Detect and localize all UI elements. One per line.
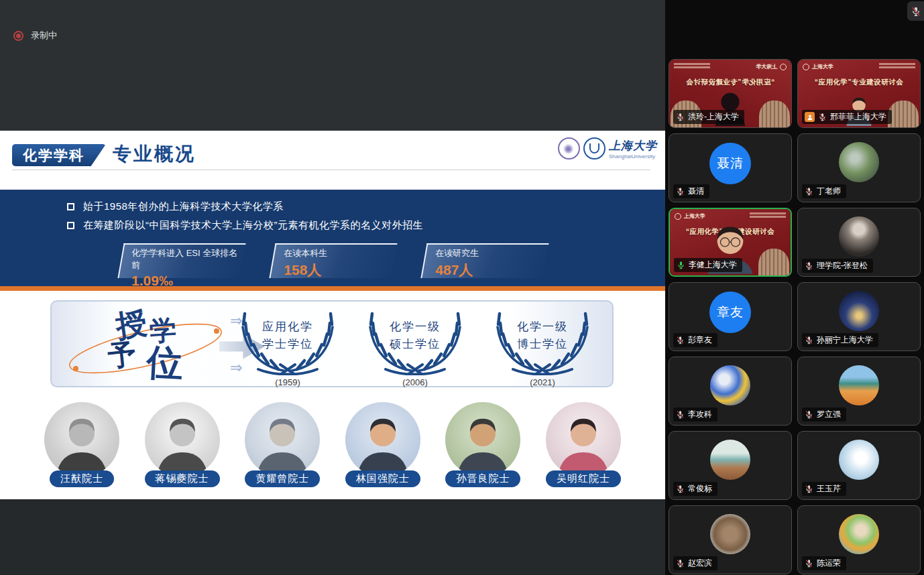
stat-label: 在读研究生: [435, 247, 545, 259]
name-label: 陈运荣: [802, 556, 846, 570]
participant-tile[interactable]: 丁老师: [797, 133, 921, 202]
participant-tile[interactable]: 赵宏滨: [669, 505, 792, 574]
slide-title: 专业概况: [113, 141, 196, 167]
recording-indicator[interactable]: 录制中: [13, 29, 57, 42]
degree-year: (2021): [486, 377, 599, 387]
participant-tile[interactable]: 上海大学“应用化学”专业建设研讨会李健上海大学: [669, 208, 792, 277]
academician-photo: [546, 402, 621, 477]
stat-content: 化学学科进入 ESI 全球排名前1.09‰: [131, 247, 241, 289]
seal-icon: [803, 64, 809, 70]
mic-muted-icon: [805, 559, 813, 568]
mic-muted-icon: [676, 485, 685, 493]
participant-tile[interactable]: 上海大学“应用化学”专业建设研讨会洪玲-上海大学: [669, 59, 792, 128]
mic-muted-icon: [676, 410, 685, 419]
mic-muted-icon: [676, 559, 685, 568]
academician-name-badge: 黄耀曾院士: [245, 470, 320, 487]
stat-value: 487人: [435, 261, 545, 279]
degree-line1: 化学一级: [359, 319, 471, 334]
academician: 蒋锡夔院士: [143, 402, 221, 496]
academician-name-badge: 蒋锡夔院士: [145, 470, 220, 487]
photo-avatar: [839, 216, 879, 257]
slide-logos: 上海大学 ShanghaiUniversity: [558, 137, 657, 159]
academician: 汪猷院士: [43, 402, 121, 496]
participant-tile[interactable]: 王玉芹: [797, 431, 921, 500]
backdrop-logo-text: 上海大学: [812, 63, 833, 70]
mic-muted-icon: [805, 410, 813, 419]
motto-line: [750, 216, 786, 218]
motto-line: [674, 66, 710, 68]
academician-name-badge: 孙晋良院士: [445, 470, 520, 487]
backdrop-title: “应用化学”专业建设研讨会: [800, 78, 918, 87]
stat-box: 在读研究生487人: [420, 243, 548, 278]
participant-name: 王玉芹: [817, 483, 841, 495]
participant-tiles: 上海大学“应用化学”专业建设研讨会洪玲-上海大学上海大学“应用化学”专业建设研讨…: [669, 59, 921, 574]
participant-name: 彭章友: [688, 334, 712, 346]
academician-photo: [44, 402, 119, 477]
academician: 孙晋良院士: [444, 402, 522, 496]
initials-avatar: 聂清: [709, 143, 751, 184]
mic-muted-icon: [805, 261, 813, 270]
photo-avatar: [839, 365, 879, 405]
backdrop-motto-lines: [879, 63, 915, 70]
name-label: 罗立强: [802, 407, 846, 422]
participant-tile[interactable]: 理学院-张登松: [797, 208, 921, 277]
bullet-text: 在筹建阶段以“中国科学技术大学上海分校”元素有机化学系的名义对外招生: [83, 219, 423, 232]
meeting-window: 录制中 化学学科 专业概况 上海大学 ShanghaiUniversity 始于…: [0, 0, 924, 575]
backdrop-logo-text: 上海大学: [756, 63, 777, 70]
building-icon: [758, 249, 789, 275]
mic-muted-icon: [805, 485, 813, 493]
degree-wreath: 化学一级博士学位(2021): [486, 306, 599, 387]
mic-muted-icon: [676, 336, 685, 344]
person-badge-icon: [805, 112, 815, 122]
degree-line2: 学士学位: [231, 336, 344, 352]
participant-name: 李健上海大学: [689, 259, 737, 271]
stat-content: 在读本科生158人: [284, 247, 394, 279]
participant-tile[interactable]: 孙丽宁上海大学: [797, 282, 921, 351]
stat-boxes: 化学学科进入 ESI 全球排名前1.09‰在读本科生158人在读研究生487人: [121, 243, 546, 278]
mic-muted-icon: [805, 187, 813, 196]
participant-tile[interactable]: 章友彭章友: [669, 282, 792, 351]
name-label: 李健上海大学: [674, 258, 742, 272]
calligraphy-char: 予: [106, 335, 138, 375]
backdrop-motto-lines: [750, 212, 786, 219]
participant-tile[interactable]: 聂清聂清: [669, 133, 792, 202]
participant-name: 洪玲-上海大学: [688, 111, 739, 123]
participant-name: 丁老师: [817, 186, 841, 197]
academicians-row: 汪猷院士蒋锡夔院士黄耀曾院士林国强院士孙晋良院士吴明红院士: [43, 402, 622, 496]
shared-screen-letterbox: [0, 499, 665, 575]
backdrop-university-logo: 上海大学: [756, 63, 787, 70]
academician-photo: [445, 402, 520, 477]
participants-panel: 上海大学“应用化学”专业建设研讨会洪玲-上海大学上海大学“应用化学”专业建设研讨…: [665, 0, 924, 575]
university-seal-icon: [583, 137, 605, 159]
stat-label: 化学学科进入 ESI 全球排名前: [131, 247, 241, 271]
participant-tile[interactable]: 上海大学“应用化学”专业建设研讨会邢菲菲上海大学: [797, 59, 921, 128]
mic-muted-button[interactable]: [907, 1, 924, 21]
photo-avatar: [710, 365, 750, 405]
degree-year: (2006): [359, 377, 471, 387]
slide: 化学学科 专业概况 上海大学 ShanghaiUniversity 始于1958…: [0, 131, 665, 499]
stat-value: 158人: [284, 261, 394, 279]
shared-screen: 录制中 化学学科 专业概况 上海大学 ShanghaiUniversity 始于…: [0, 0, 665, 575]
participant-tile[interactable]: 李攻科: [669, 357, 792, 426]
recording-icon: [13, 31, 23, 41]
photo-avatar: [710, 440, 750, 480]
participant-name: 赵宏滨: [688, 558, 712, 569]
participant-tile[interactable]: 常俊标: [669, 431, 792, 500]
photo-avatar: [839, 291, 879, 331]
backdrop-logo-text: 上海大学: [684, 212, 705, 220]
mic-muted-icon: [805, 336, 813, 344]
initials-avatar: 章友: [709, 292, 751, 333]
participant-tile[interactable]: 陈运荣: [797, 505, 921, 574]
participant-tile[interactable]: 罗立强: [797, 357, 921, 426]
bullet-square-icon: [67, 222, 74, 229]
name-label: 聂清: [673, 184, 709, 198]
backdrop-university-logo: 上海大学: [803, 63, 833, 70]
degree-year: (1959): [231, 377, 344, 387]
slide-title-badge: 化学学科: [12, 144, 106, 166]
degree-line1: 应用化学: [231, 319, 344, 334]
backdrop-header: 上海大学: [674, 63, 787, 70]
degree-line2: 硕士学位: [359, 336, 471, 352]
photo-avatar: [839, 142, 879, 182]
intro-bullets: 始于1958年创办的上海科学技术大学化学系在筹建阶段以“中国科学技术大学上海分校…: [67, 200, 423, 238]
bullet-text: 始于1958年创办的上海科学技术大学化学系: [83, 200, 284, 213]
